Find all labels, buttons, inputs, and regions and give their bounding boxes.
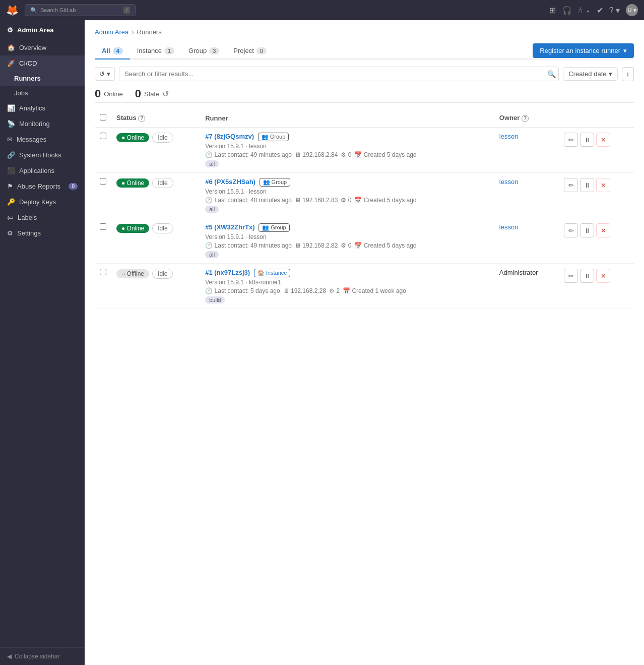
- register-runner-button[interactable]: Register an instance runner ▾: [533, 43, 634, 58]
- search-submit-button[interactable]: 🔍: [547, 70, 556, 78]
- stale-refresh-icon[interactable]: ↺: [162, 89, 169, 99]
- action-buttons: ✏ ⏸ ✕: [564, 178, 629, 192]
- sidebar-item-applications[interactable]: ⬛ Applications: [0, 163, 85, 178]
- pause-runner-button[interactable]: ⏸: [580, 223, 594, 237]
- runner-cell: #6 (PX5sZHSah) 👥 Group Version 15.9.1 · …: [200, 173, 494, 218]
- idle-badge: Idle: [152, 178, 173, 188]
- sidebar-item-ci-cd[interactable]: 🚀 CI/CD: [0, 55, 85, 71]
- status-column-header: Status ?: [111, 109, 200, 128]
- stale-stat: 0 Stale ↺: [135, 87, 169, 100]
- delete-runner-button[interactable]: ✕: [596, 133, 610, 147]
- sidebar-item-runners[interactable]: Runners: [0, 71, 85, 86]
- runner-name-link[interactable]: #6 (PX5sZHSah): [205, 178, 255, 186]
- runner-ip: 🖥 192.168.2.84: [295, 151, 338, 158]
- select-all-header: [95, 109, 111, 128]
- row-checkbox[interactable]: [100, 223, 106, 230]
- delete-runner-button[interactable]: ✕: [596, 269, 610, 283]
- runner-jobs: ⚙ 0: [341, 151, 351, 158]
- last-contact: 🕐 Last contact: 48 minutes ago: [205, 197, 292, 204]
- status-cell: ● Online Idle: [111, 173, 200, 218]
- type-filter-select[interactable]: ↺ ▾: [95, 67, 115, 81]
- runners-table: Status ? Runner Owner ? ● Online: [95, 109, 634, 309]
- search-bar[interactable]: 🔍 Search GitLab /: [25, 4, 136, 16]
- owner-link[interactable]: lesson: [499, 178, 519, 186]
- owner-link[interactable]: lesson: [499, 133, 519, 140]
- search-icon: 🔍: [30, 7, 37, 14]
- sidebar-item-settings[interactable]: ⚙ Settings: [0, 225, 85, 241]
- sidebar-item-deploy-keys[interactable]: 🔑 Deploy Keys: [0, 194, 85, 210]
- sidebar-admin-header: ⚙ Admin Area: [0, 20, 85, 40]
- action-buttons: ✏ ⏸ ✕: [564, 269, 629, 283]
- sidebar-item-labels[interactable]: 🏷 Labels: [0, 210, 85, 225]
- actions-cell: ✏ ⏸ ✕: [559, 218, 634, 264]
- last-contact: 🕐 Last contact: 49 minutes ago: [205, 151, 292, 158]
- sidebar-item-abuse-reports[interactable]: ⚑ Abuse Reports 0: [0, 178, 85, 194]
- runner-meta: Version 15.9.1 · lesson: [205, 143, 489, 150]
- sidebar-item-monitoring[interactable]: 📡 Monitoring: [0, 116, 85, 132]
- tab-group[interactable]: Group 3: [181, 43, 226, 59]
- pause-runner-button[interactable]: ⏸: [580, 178, 594, 192]
- search-input[interactable]: [119, 67, 559, 81]
- owner-cell: lesson: [494, 128, 559, 173]
- sidebar-item-messages[interactable]: ✉ Messages: [0, 132, 85, 147]
- pause-runner-button[interactable]: ⏸: [580, 269, 594, 283]
- status-cell: ○ Offline Idle: [111, 264, 200, 309]
- row-checkbox-cell: [95, 264, 111, 309]
- edit-runner-button[interactable]: ✏: [564, 269, 578, 283]
- sort-select[interactable]: Created date ▾: [563, 67, 617, 81]
- row-checkbox[interactable]: [100, 133, 106, 139]
- row-checkbox[interactable]: [100, 178, 106, 185]
- help-icon[interactable]: ? ▾: [609, 6, 620, 15]
- merge-icon[interactable]: ⑃ ▾: [578, 6, 590, 15]
- owner-info-icon[interactable]: ?: [522, 115, 529, 122]
- runner-name-link[interactable]: #7 (8zjGQsmzv): [205, 133, 254, 140]
- sort-direction-button[interactable]: ↕: [622, 67, 634, 81]
- runner-ip: 🖥 192.168.2.28: [283, 287, 326, 294]
- online-stat: 0 Online: [95, 87, 123, 100]
- check-icon[interactable]: ✔: [597, 6, 603, 15]
- actions-column-header: [559, 109, 634, 128]
- pause-runner-button[interactable]: ⏸: [580, 133, 594, 147]
- runner-meta: Version 15.9.1 · k8s-runner1: [205, 279, 489, 286]
- monitor-icon: 📡: [7, 120, 15, 128]
- runner-jobs: ⚙ 0: [341, 242, 351, 249]
- sidebar-item-analytics[interactable]: 📊 Analytics: [0, 100, 85, 116]
- edit-runner-button[interactable]: ✏: [564, 178, 578, 192]
- row-checkbox[interactable]: [100, 269, 106, 275]
- owner-link[interactable]: lesson: [499, 223, 519, 231]
- runner-name-link[interactable]: #1 (nx97Lzsj3): [205, 269, 250, 276]
- runner-type-badge: 👥 Group: [258, 133, 289, 141]
- sidebar-item-jobs[interactable]: Jobs: [0, 86, 85, 100]
- runner-version: Version 15.9.1 · k8s-runner1: [205, 279, 281, 286]
- grid-icon[interactable]: ⊞: [549, 6, 556, 15]
- main-layout: ⚙ Admin Area 🏠 Overview 🚀 CI/CD Runners …: [0, 20, 644, 665]
- tab-instance[interactable]: Instance 1: [130, 43, 181, 59]
- delete-runner-button[interactable]: ✕: [596, 178, 610, 192]
- sidebar-item-system-hooks[interactable]: 🔗 System Hooks: [0, 147, 85, 163]
- user-avatar[interactable]: U ▾: [626, 4, 638, 16]
- breadcrumb-admin-link[interactable]: Admin Area: [95, 28, 128, 36]
- select-all-checkbox[interactable]: [100, 114, 106, 120]
- runner-ip: 🖥 192.168.2.82: [295, 242, 338, 249]
- runner-version: Version 15.9.1 · lesson: [205, 188, 266, 195]
- delete-runner-button[interactable]: ✕: [596, 223, 610, 237]
- edit-runner-button[interactable]: ✏: [564, 223, 578, 237]
- runner-details: 🕐 Last contact: 48 minutes ago 🖥 192.168…: [205, 197, 489, 204]
- collapse-sidebar-button[interactable]: ◀ Collapse sidebar: [0, 647, 85, 665]
- tab-project[interactable]: Project 0: [226, 43, 274, 59]
- table-row: ● Online Idle #6 (PX5sZHSah) 👥 Group Ver…: [95, 173, 634, 218]
- home-icon: 🏠: [7, 44, 15, 51]
- runner-name-link[interactable]: #5 (XW32ZhrTx): [205, 223, 254, 231]
- runner-cell: #5 (XW32ZhrTx) 👥 Group Version 15.9.1 · …: [200, 218, 494, 264]
- status-info-icon[interactable]: ?: [138, 115, 145, 122]
- runner-cell: #1 (nx97Lzsj3) 🏠 Instance Version 15.9.1…: [200, 264, 494, 309]
- edit-runner-button[interactable]: ✏: [564, 133, 578, 147]
- idle-badge: Idle: [152, 133, 173, 143]
- runner-details: 🕐 Last contact: 49 minutes ago 🖥 192.168…: [205, 151, 489, 158]
- runner-ip: 🖥 192.168.2.83: [295, 197, 338, 204]
- sidebar-item-overview[interactable]: 🏠 Overview: [0, 40, 85, 55]
- stats-row: 0 Online 0 Stale ↺: [95, 81, 634, 103]
- tab-all[interactable]: All 4: [95, 43, 130, 59]
- gitlab-logo: 🦊: [6, 4, 19, 16]
- headset-icon[interactable]: 🎧: [562, 6, 572, 15]
